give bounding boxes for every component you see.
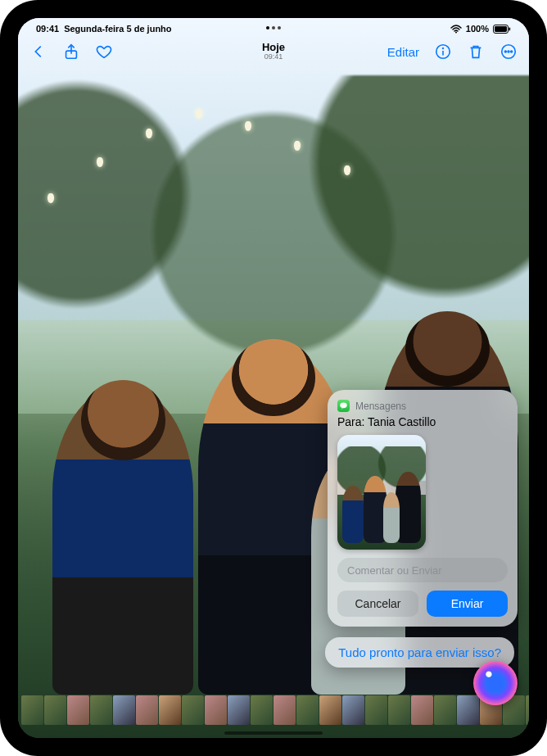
thumbnail[interactable] bbox=[90, 695, 112, 725]
thumbnail[interactable] bbox=[251, 695, 273, 725]
thumbnail[interactable] bbox=[457, 695, 479, 725]
thumbnail[interactable] bbox=[182, 695, 204, 725]
svg-point-0 bbox=[455, 31, 457, 33]
svg-rect-3 bbox=[509, 27, 511, 30]
thumbnail[interactable] bbox=[434, 695, 456, 725]
wifi-icon bbox=[450, 25, 462, 34]
svg-point-12 bbox=[340, 402, 346, 408]
thumbnail[interactable] bbox=[411, 695, 433, 725]
siri-cancel-button[interactable]: Cancelar bbox=[337, 591, 418, 617]
thumbnail[interactable] bbox=[67, 695, 89, 725]
svg-rect-2 bbox=[495, 26, 507, 32]
thumbnail[interactable] bbox=[342, 695, 364, 725]
delete-button[interactable] bbox=[467, 43, 485, 61]
multitask-dots[interactable] bbox=[266, 26, 281, 29]
messages-app-icon bbox=[337, 400, 350, 412]
thumbnail[interactable] bbox=[136, 695, 158, 725]
siri-app-name: Mensagens bbox=[355, 401, 406, 412]
info-button[interactable] bbox=[434, 43, 452, 61]
battery-icon bbox=[493, 25, 511, 34]
favorite-button[interactable] bbox=[95, 43, 113, 61]
svg-point-7 bbox=[443, 48, 444, 49]
thumbnail[interactable] bbox=[159, 695, 181, 725]
siri-messages-card: Mensagens Para: Tania Castillo Cancelar … bbox=[328, 390, 518, 627]
photo-background bbox=[18, 18, 529, 738]
status-time: 09:41 bbox=[36, 24, 59, 34]
more-button[interactable] bbox=[500, 43, 518, 61]
thumbnail[interactable] bbox=[205, 695, 227, 725]
svg-point-11 bbox=[511, 51, 513, 52]
siri-to-label: Para: bbox=[337, 415, 364, 428]
siri-orb[interactable] bbox=[473, 661, 518, 705]
thumbnail[interactable] bbox=[274, 695, 296, 725]
thumbnail-strip[interactable] bbox=[18, 695, 529, 725]
home-indicator[interactable] bbox=[224, 731, 323, 735]
svg-point-9 bbox=[504, 51, 506, 52]
share-button[interactable] bbox=[62, 43, 80, 61]
photos-toolbar: Hoje 09:41 Editar bbox=[18, 38, 529, 66]
thumbnail[interactable] bbox=[228, 695, 250, 725]
ipad-frame: 09:41 Segunda-feira 5 de junho 100% bbox=[0, 0, 547, 756]
toolbar-title-group: Hoje 09:41 bbox=[262, 42, 285, 61]
thumbnail[interactable] bbox=[388, 695, 410, 725]
thumbnail[interactable] bbox=[44, 695, 66, 725]
thumbnail[interactable] bbox=[296, 695, 319, 725]
battery-percent: 100% bbox=[466, 24, 489, 34]
screen: 09:41 Segunda-feira 5 de junho 100% bbox=[18, 18, 529, 738]
status-bar: 09:41 Segunda-feira 5 de junho 100% bbox=[18, 21, 529, 36]
status-date: Segunda-feira 5 de junho bbox=[64, 24, 171, 34]
toolbar-title: Hoje bbox=[262, 42, 285, 53]
thumbnail[interactable] bbox=[113, 695, 135, 725]
siri-comment-input[interactable] bbox=[337, 558, 508, 582]
thumbnail[interactable] bbox=[21, 695, 43, 725]
siri-to-line: Para: Tania Castillo bbox=[337, 415, 508, 428]
siri-photo-thumbnail[interactable] bbox=[337, 435, 426, 550]
svg-point-10 bbox=[508, 51, 509, 52]
siri-send-button[interactable]: Enviar bbox=[427, 591, 508, 617]
thumbnail[interactable] bbox=[319, 695, 341, 725]
thumbnail[interactable] bbox=[526, 695, 529, 725]
siri-to-name: Tania Castillo bbox=[368, 415, 436, 428]
toolbar-subtitle: 09:41 bbox=[262, 53, 285, 61]
back-button[interactable] bbox=[29, 43, 47, 61]
edit-button[interactable]: Editar bbox=[387, 45, 419, 59]
thumbnail[interactable] bbox=[365, 695, 387, 725]
